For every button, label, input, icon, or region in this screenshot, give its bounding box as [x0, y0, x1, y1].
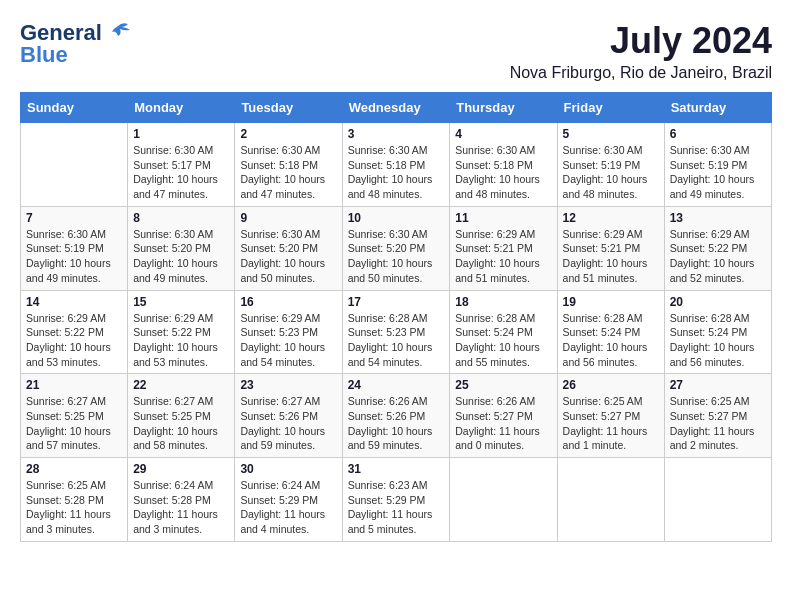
- day-number: 5: [563, 127, 659, 141]
- day-info: Sunrise: 6:24 AMSunset: 5:28 PMDaylight:…: [133, 478, 229, 537]
- day-number: 9: [240, 211, 336, 225]
- calendar-cell: 11Sunrise: 6:29 AMSunset: 5:21 PMDayligh…: [450, 206, 557, 290]
- calendar-cell: 4Sunrise: 6:30 AMSunset: 5:18 PMDaylight…: [450, 123, 557, 207]
- logo-bird-icon: [104, 22, 132, 44]
- calendar-week-row: 14Sunrise: 6:29 AMSunset: 5:22 PMDayligh…: [21, 290, 772, 374]
- day-info: Sunrise: 6:30 AMSunset: 5:20 PMDaylight:…: [348, 227, 445, 286]
- day-number: 23: [240, 378, 336, 392]
- calendar-cell: 12Sunrise: 6:29 AMSunset: 5:21 PMDayligh…: [557, 206, 664, 290]
- day-number: 31: [348, 462, 445, 476]
- day-info: Sunrise: 6:30 AMSunset: 5:18 PMDaylight:…: [240, 143, 336, 202]
- day-number: 11: [455, 211, 551, 225]
- day-number: 25: [455, 378, 551, 392]
- day-number: 27: [670, 378, 766, 392]
- calendar-cell: [450, 458, 557, 542]
- calendar-cell: 17Sunrise: 6:28 AMSunset: 5:23 PMDayligh…: [342, 290, 450, 374]
- calendar-cell: 1Sunrise: 6:30 AMSunset: 5:17 PMDaylight…: [128, 123, 235, 207]
- calendar-week-row: 21Sunrise: 6:27 AMSunset: 5:25 PMDayligh…: [21, 374, 772, 458]
- column-header-wednesday: Wednesday: [342, 93, 450, 123]
- day-info: Sunrise: 6:30 AMSunset: 5:20 PMDaylight:…: [240, 227, 336, 286]
- day-info: Sunrise: 6:28 AMSunset: 5:24 PMDaylight:…: [455, 311, 551, 370]
- calendar-cell: 28Sunrise: 6:25 AMSunset: 5:28 PMDayligh…: [21, 458, 128, 542]
- day-number: 3: [348, 127, 445, 141]
- day-number: 8: [133, 211, 229, 225]
- column-header-friday: Friday: [557, 93, 664, 123]
- calendar-cell: 5Sunrise: 6:30 AMSunset: 5:19 PMDaylight…: [557, 123, 664, 207]
- calendar-cell: 25Sunrise: 6:26 AMSunset: 5:27 PMDayligh…: [450, 374, 557, 458]
- day-number: 15: [133, 295, 229, 309]
- day-info: Sunrise: 6:23 AMSunset: 5:29 PMDaylight:…: [348, 478, 445, 537]
- day-info: Sunrise: 6:29 AMSunset: 5:22 PMDaylight:…: [670, 227, 766, 286]
- day-number: 12: [563, 211, 659, 225]
- calendar-cell: 24Sunrise: 6:26 AMSunset: 5:26 PMDayligh…: [342, 374, 450, 458]
- day-number: 30: [240, 462, 336, 476]
- day-info: Sunrise: 6:30 AMSunset: 5:20 PMDaylight:…: [133, 227, 229, 286]
- calendar-header-row: SundayMondayTuesdayWednesdayThursdayFrid…: [21, 93, 772, 123]
- title-section: July 2024 Nova Friburgo, Rio de Janeiro,…: [510, 20, 772, 82]
- day-info: Sunrise: 6:28 AMSunset: 5:23 PMDaylight:…: [348, 311, 445, 370]
- day-info: Sunrise: 6:30 AMSunset: 5:19 PMDaylight:…: [563, 143, 659, 202]
- day-info: Sunrise: 6:30 AMSunset: 5:18 PMDaylight:…: [455, 143, 551, 202]
- column-header-sunday: Sunday: [21, 93, 128, 123]
- day-number: 14: [26, 295, 122, 309]
- day-number: 20: [670, 295, 766, 309]
- calendar-cell: 9Sunrise: 6:30 AMSunset: 5:20 PMDaylight…: [235, 206, 342, 290]
- calendar-cell: 10Sunrise: 6:30 AMSunset: 5:20 PMDayligh…: [342, 206, 450, 290]
- column-header-saturday: Saturday: [664, 93, 771, 123]
- day-number: 18: [455, 295, 551, 309]
- day-info: Sunrise: 6:25 AMSunset: 5:28 PMDaylight:…: [26, 478, 122, 537]
- day-info: Sunrise: 6:25 AMSunset: 5:27 PMDaylight:…: [670, 394, 766, 453]
- day-number: 6: [670, 127, 766, 141]
- calendar-cell: 6Sunrise: 6:30 AMSunset: 5:19 PMDaylight…: [664, 123, 771, 207]
- day-number: 19: [563, 295, 659, 309]
- day-number: 2: [240, 127, 336, 141]
- day-info: Sunrise: 6:28 AMSunset: 5:24 PMDaylight:…: [563, 311, 659, 370]
- day-number: 10: [348, 211, 445, 225]
- calendar-week-row: 1Sunrise: 6:30 AMSunset: 5:17 PMDaylight…: [21, 123, 772, 207]
- day-info: Sunrise: 6:27 AMSunset: 5:25 PMDaylight:…: [26, 394, 122, 453]
- calendar-cell: 22Sunrise: 6:27 AMSunset: 5:25 PMDayligh…: [128, 374, 235, 458]
- column-header-monday: Monday: [128, 93, 235, 123]
- calendar-week-row: 7Sunrise: 6:30 AMSunset: 5:19 PMDaylight…: [21, 206, 772, 290]
- logo: General Blue: [20, 20, 132, 68]
- day-info: Sunrise: 6:25 AMSunset: 5:27 PMDaylight:…: [563, 394, 659, 453]
- calendar-body: 1Sunrise: 6:30 AMSunset: 5:17 PMDaylight…: [21, 123, 772, 542]
- day-info: Sunrise: 6:28 AMSunset: 5:24 PMDaylight:…: [670, 311, 766, 370]
- day-info: Sunrise: 6:27 AMSunset: 5:26 PMDaylight:…: [240, 394, 336, 453]
- calendar-cell: 30Sunrise: 6:24 AMSunset: 5:29 PMDayligh…: [235, 458, 342, 542]
- day-number: 17: [348, 295, 445, 309]
- day-info: Sunrise: 6:30 AMSunset: 5:19 PMDaylight:…: [670, 143, 766, 202]
- calendar-cell: [21, 123, 128, 207]
- calendar-cell: 7Sunrise: 6:30 AMSunset: 5:19 PMDaylight…: [21, 206, 128, 290]
- day-info: Sunrise: 6:29 AMSunset: 5:23 PMDaylight:…: [240, 311, 336, 370]
- calendar-cell: 14Sunrise: 6:29 AMSunset: 5:22 PMDayligh…: [21, 290, 128, 374]
- day-number: 21: [26, 378, 122, 392]
- calendar-cell: 8Sunrise: 6:30 AMSunset: 5:20 PMDaylight…: [128, 206, 235, 290]
- day-info: Sunrise: 6:24 AMSunset: 5:29 PMDaylight:…: [240, 478, 336, 537]
- calendar-cell: 15Sunrise: 6:29 AMSunset: 5:22 PMDayligh…: [128, 290, 235, 374]
- day-number: 29: [133, 462, 229, 476]
- day-info: Sunrise: 6:27 AMSunset: 5:25 PMDaylight:…: [133, 394, 229, 453]
- day-number: 16: [240, 295, 336, 309]
- day-info: Sunrise: 6:26 AMSunset: 5:26 PMDaylight:…: [348, 394, 445, 453]
- calendar-cell: [557, 458, 664, 542]
- header: General Blue July 2024 Nova Friburgo, Ri…: [20, 20, 772, 82]
- day-number: 1: [133, 127, 229, 141]
- main-title: July 2024: [510, 20, 772, 62]
- day-number: 13: [670, 211, 766, 225]
- calendar-week-row: 28Sunrise: 6:25 AMSunset: 5:28 PMDayligh…: [21, 458, 772, 542]
- day-number: 7: [26, 211, 122, 225]
- calendar-cell: 20Sunrise: 6:28 AMSunset: 5:24 PMDayligh…: [664, 290, 771, 374]
- calendar-cell: 13Sunrise: 6:29 AMSunset: 5:22 PMDayligh…: [664, 206, 771, 290]
- calendar-cell: [664, 458, 771, 542]
- day-number: 26: [563, 378, 659, 392]
- day-info: Sunrise: 6:30 AMSunset: 5:17 PMDaylight:…: [133, 143, 229, 202]
- calendar-cell: 18Sunrise: 6:28 AMSunset: 5:24 PMDayligh…: [450, 290, 557, 374]
- day-number: 28: [26, 462, 122, 476]
- calendar-cell: 29Sunrise: 6:24 AMSunset: 5:28 PMDayligh…: [128, 458, 235, 542]
- day-info: Sunrise: 6:30 AMSunset: 5:18 PMDaylight:…: [348, 143, 445, 202]
- calendar-cell: 31Sunrise: 6:23 AMSunset: 5:29 PMDayligh…: [342, 458, 450, 542]
- day-number: 24: [348, 378, 445, 392]
- column-header-thursday: Thursday: [450, 93, 557, 123]
- calendar-cell: 21Sunrise: 6:27 AMSunset: 5:25 PMDayligh…: [21, 374, 128, 458]
